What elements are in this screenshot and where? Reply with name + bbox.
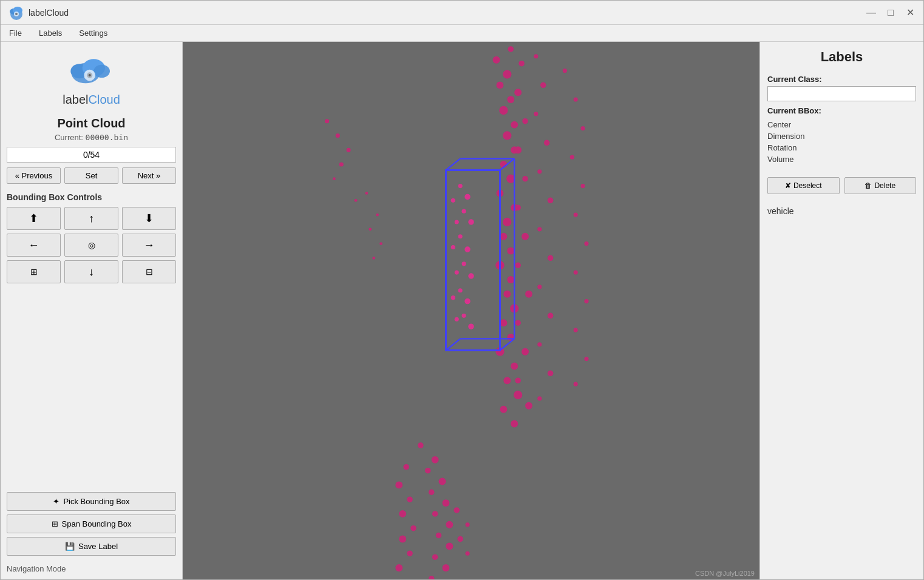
file-counter: 0/54 xyxy=(7,147,176,163)
panel-action-buttons: ✘ Deselect 🗑 Delete xyxy=(767,177,916,194)
svg-point-56 xyxy=(515,262,521,268)
svg-point-123 xyxy=(369,228,372,231)
svg-point-134 xyxy=(462,261,466,266)
svg-point-28 xyxy=(503,131,511,140)
close-button[interactable]: ✕ xyxy=(904,7,916,19)
ctrl-up[interactable]: ↑ xyxy=(64,207,118,230)
labels-title: Labels xyxy=(767,49,916,65)
ctrl-rotate[interactable]: ◎ xyxy=(64,234,118,257)
svg-point-51 xyxy=(522,118,528,124)
title-bar-logo: labelCloud xyxy=(8,4,69,21)
svg-point-130 xyxy=(462,209,466,214)
nav-mode-label: Navigation Mode xyxy=(7,564,176,573)
svg-point-65 xyxy=(544,140,550,146)
svg-point-81 xyxy=(584,241,588,246)
svg-point-80 xyxy=(574,213,578,217)
svg-point-74 xyxy=(537,396,542,400)
maximize-button[interactable]: □ xyxy=(885,7,897,19)
svg-point-112 xyxy=(410,525,416,531)
svg-point-45 xyxy=(503,377,511,384)
ctrl-contract-h[interactable]: ⊟ xyxy=(122,260,176,283)
ctrl-up-expand[interactable]: ⬆ xyxy=(7,207,61,230)
svg-point-125 xyxy=(372,257,375,260)
menu-file[interactable]: File xyxy=(5,27,25,39)
svg-point-72 xyxy=(537,342,542,346)
delete-button[interactable]: 🗑 Delete xyxy=(844,177,917,194)
ctrl-down[interactable]: ↓ xyxy=(64,260,118,283)
svg-point-91 xyxy=(333,177,336,180)
ctrl-expand-h[interactable]: ⊞ xyxy=(7,260,61,283)
svg-point-8 xyxy=(93,65,110,78)
svg-point-24 xyxy=(497,81,504,89)
svg-point-78 xyxy=(570,155,574,160)
svg-point-39 xyxy=(503,291,511,298)
app-logo-icon xyxy=(8,4,25,21)
title-bar: labelCloud — □ ✕ xyxy=(1,1,923,25)
current-bbox-label: Current BBox: xyxy=(767,106,916,115)
svg-point-109 xyxy=(395,481,403,488)
set-button[interactable]: Set xyxy=(64,167,118,184)
prev-button[interactable]: « Previous xyxy=(7,167,61,184)
svg-point-84 xyxy=(574,328,578,332)
svg-point-47 xyxy=(500,406,508,413)
svg-point-138 xyxy=(462,314,466,318)
svg-point-97 xyxy=(443,499,450,507)
svg-point-62 xyxy=(534,54,538,58)
current-filename: 00000.bin xyxy=(86,133,128,142)
svg-point-132 xyxy=(458,234,463,238)
svg-point-129 xyxy=(464,194,470,200)
span-bbox-button[interactable]: ⊞ Span Bounding Box xyxy=(7,514,176,533)
ctrl-left[interactable]: ← xyxy=(7,234,61,257)
svg-point-82 xyxy=(574,271,578,275)
svg-point-25 xyxy=(507,96,514,103)
svg-point-35 xyxy=(500,233,508,240)
title-bar-controls: — □ ✕ xyxy=(865,7,916,19)
span-icon: ⊞ xyxy=(52,519,58,528)
watermark: CSDN @JulyLi2019 xyxy=(695,570,755,577)
svg-point-27 xyxy=(511,121,518,129)
svg-point-49 xyxy=(518,61,525,67)
ctrl-down-expand[interactable]: ⬇ xyxy=(122,207,176,230)
svg-point-41 xyxy=(500,319,508,326)
pointcloud-area[interactable]: CSDN @JulyLi2019 xyxy=(183,42,759,579)
svg-point-144 xyxy=(451,295,455,300)
svg-point-68 xyxy=(537,227,542,231)
ctrl-right[interactable]: → xyxy=(122,234,176,257)
svg-point-94 xyxy=(425,468,431,474)
svg-point-59 xyxy=(521,348,529,356)
svg-point-95 xyxy=(439,478,446,485)
svg-point-139 xyxy=(468,323,474,329)
svg-point-54 xyxy=(515,204,521,211)
menu-settings[interactable]: Settings xyxy=(75,27,111,39)
svg-point-122 xyxy=(376,214,379,217)
left-sidebar: labelCloud Point Cloud Current: 00000.bi… xyxy=(1,42,183,579)
svg-point-85 xyxy=(584,357,588,361)
deselect-button[interactable]: ✘ Deselect xyxy=(767,177,840,194)
svg-point-124 xyxy=(379,242,382,245)
svg-point-77 xyxy=(581,126,585,130)
current-class-input[interactable] xyxy=(767,86,916,101)
pick-bbox-button[interactable]: ✦ Pick Bounding Box xyxy=(7,492,176,511)
next-button[interactable]: Next » xyxy=(122,167,176,184)
deselect-icon: ✘ xyxy=(785,181,791,190)
svg-point-4 xyxy=(15,13,18,15)
svg-point-113 xyxy=(399,536,406,543)
bbox-rotation: Rotation xyxy=(767,142,916,153)
current-file-label: Current: 00000.bin xyxy=(7,133,176,142)
logo-cloud-icon xyxy=(67,48,116,90)
svg-point-145 xyxy=(455,317,459,322)
app-name: labelCloud xyxy=(29,8,69,18)
label-item-vehicle[interactable]: vehicle xyxy=(767,204,916,218)
menu-labels[interactable]: Labels xyxy=(35,27,66,39)
svg-point-46 xyxy=(514,391,522,399)
svg-point-120 xyxy=(457,536,463,542)
svg-point-90 xyxy=(339,162,344,166)
svg-point-26 xyxy=(499,106,508,115)
svg-point-67 xyxy=(548,198,554,204)
save-label-button[interactable]: 💾 Save Label xyxy=(7,537,176,556)
svg-point-83 xyxy=(584,299,588,303)
svg-point-75 xyxy=(563,69,567,73)
svg-point-126 xyxy=(355,199,358,202)
current-bbox-section: Current BBox: Center Dimension Rotation … xyxy=(767,106,916,165)
minimize-button[interactable]: — xyxy=(865,7,877,19)
